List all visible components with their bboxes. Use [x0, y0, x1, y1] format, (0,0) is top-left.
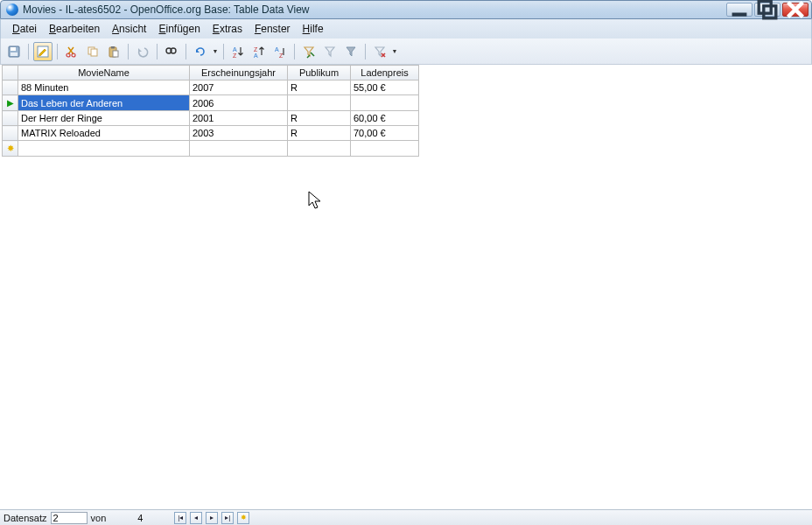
menu-fenster[interactable]: Fenster	[248, 21, 297, 37]
toolbar-separator	[365, 44, 366, 60]
window-title: Movies - IL-ates6502 - OpenOffice.org Ba…	[23, 4, 726, 16]
apply-filter-icon[interactable]	[341, 42, 360, 61]
svg-text:A: A	[233, 46, 237, 52]
svg-rect-12	[91, 49, 97, 56]
nav-next-button[interactable]: ▸	[206, 512, 218, 524]
svg-text:A: A	[275, 46, 279, 52]
cell-publikum[interactable]: R	[288, 126, 351, 141]
menu-hilfe[interactable]: Hilfe	[297, 21, 330, 37]
remove-filter-icon[interactable]	[370, 42, 389, 61]
row-marker[interactable]	[3, 111, 18, 126]
svg-point-10	[72, 53, 75, 57]
cell-ladenpreis[interactable]	[351, 141, 419, 157]
autofilter-icon[interactable]	[299, 42, 318, 61]
status-bar: Datensatz von 4 |◂ ◂ ▸ ▸| ✸	[0, 509, 812, 525]
cell-moviename[interactable]: Der Herr der Ringe	[18, 111, 190, 126]
menu-extras[interactable]: Extras	[206, 21, 248, 37]
column-header-publikum[interactable]: Publikum	[288, 66, 351, 80]
toolbar-separator	[28, 44, 29, 60]
paste-icon[interactable]	[104, 42, 123, 61]
row-marker[interactable]	[3, 126, 18, 141]
svg-text:A: A	[254, 52, 258, 59]
svg-rect-6	[10, 47, 16, 51]
save-icon[interactable]	[4, 42, 24, 61]
sort-icon[interactable]: AZ	[270, 42, 290, 61]
cell-year[interactable]: 2003	[190, 126, 288, 141]
app-icon	[6, 4, 18, 16]
table-row-new[interactable]: ✸	[3, 141, 419, 157]
menu-ansicht[interactable]: Ansicht	[106, 21, 152, 37]
refresh-icon[interactable]	[191, 42, 210, 61]
toolbar-separator	[157, 44, 158, 60]
nav-first-button[interactable]: |◂	[174, 512, 186, 524]
copy-icon[interactable]	[83, 42, 102, 61]
data-table[interactable]: MovieName Erscheinungsjahr Publikum Lade…	[2, 65, 419, 157]
table-row[interactable]: MATRIX Reloaded 2003 R 70,00 €	[3, 126, 419, 141]
menu-datei[interactable]: Datei	[6, 21, 43, 37]
row-selector-header[interactable]	[3, 66, 18, 80]
cell-ladenpreis[interactable]: 60,00 €	[351, 111, 419, 126]
cell-moviename[interactable]: Das Leben der Anderen	[18, 95, 190, 111]
cell-moviename[interactable]: MATRIX Reloaded	[18, 126, 190, 141]
nav-new-button[interactable]: ✸	[237, 512, 249, 524]
new-row-icon: ✸	[7, 144, 14, 153]
menu-einfuegen[interactable]: Einfügen	[152, 21, 206, 37]
column-header-moviename[interactable]: MovieName	[18, 66, 190, 80]
maximize-button[interactable]	[754, 3, 780, 17]
table-row[interactable]: 88 Minuten 2007 R 55,00 €	[3, 80, 419, 95]
toolbar: ▼ AZ ZA AZ ▼	[0, 38, 812, 65]
cell-ladenpreis[interactable]: 55,00 €	[351, 80, 419, 95]
table-area: MovieName Erscheinungsjahr Publikum Lade…	[2, 65, 810, 509]
minimize-button[interactable]	[726, 3, 752, 17]
cell-ladenpreis[interactable]	[351, 95, 419, 111]
toolbar-separator	[186, 44, 186, 60]
cell-publikum[interactable]: R	[288, 80, 351, 95]
table-row[interactable]: Der Herr der Ringe 2001 R 60,00 €	[3, 111, 419, 126]
cell-publikum[interactable]	[288, 141, 351, 157]
toolbar-separator	[57, 44, 58, 60]
sort-desc-icon[interactable]: ZA	[249, 42, 269, 61]
svg-point-9	[66, 53, 70, 57]
current-row-icon: ▶	[7, 98, 14, 108]
cut-icon[interactable]	[62, 42, 81, 61]
svg-rect-7	[10, 52, 18, 56]
undo-icon[interactable]	[133, 42, 152, 61]
nav-last-button[interactable]: ▸|	[221, 512, 234, 524]
row-marker-current[interactable]: ▶	[3, 95, 18, 111]
cell-year[interactable]	[190, 141, 288, 157]
of-label: von	[91, 513, 107, 523]
record-total: 4	[109, 513, 171, 523]
column-header-year[interactable]: Erscheinungsjahr	[190, 66, 288, 80]
menu-bar: Datei Bearbeiten Ansicht Einfügen Extras…	[0, 19, 812, 38]
cell-year[interactable]: 2006	[190, 95, 288, 111]
cell-year[interactable]: 2001	[190, 111, 288, 126]
table-row[interactable]: ▶ Das Leben der Anderen 2006	[3, 95, 419, 111]
close-button[interactable]	[782, 3, 808, 17]
toolbar-separator	[128, 44, 129, 60]
svg-rect-15	[113, 51, 118, 57]
row-marker[interactable]	[3, 80, 18, 95]
cell-ladenpreis[interactable]: 70,00 €	[351, 126, 419, 141]
record-current-input[interactable]	[51, 512, 88, 524]
find-icon[interactable]	[162, 42, 181, 61]
toolbar-separator	[294, 44, 295, 60]
cell-moviename[interactable]: 88 Minuten	[18, 80, 190, 95]
record-label: Datensatz	[4, 513, 47, 523]
menu-bearbeiten[interactable]: Bearbeiten	[43, 21, 106, 37]
svg-text:Z: Z	[279, 52, 284, 59]
cell-publikum[interactable]	[288, 95, 351, 111]
toolbar-separator	[223, 44, 224, 60]
standard-filter-icon[interactable]	[320, 42, 340, 61]
edit-data-icon[interactable]	[33, 42, 52, 61]
cell-year[interactable]: 2007	[190, 80, 288, 95]
cell-moviename[interactable]	[18, 141, 190, 157]
row-marker-new[interactable]: ✸	[3, 141, 18, 157]
column-header-ladenpreis[interactable]: Ladenpreis	[351, 66, 419, 80]
nav-prev-button[interactable]: ◂	[190, 512, 202, 524]
toolbar-overflow[interactable]: ▼	[391, 42, 398, 61]
refresh-dropdown[interactable]: ▼	[212, 42, 219, 61]
cell-publikum[interactable]: R	[288, 111, 351, 126]
svg-text:Z: Z	[233, 52, 237, 59]
sort-asc-icon[interactable]: AZ	[228, 42, 248, 61]
svg-text:Z: Z	[254, 46, 258, 52]
